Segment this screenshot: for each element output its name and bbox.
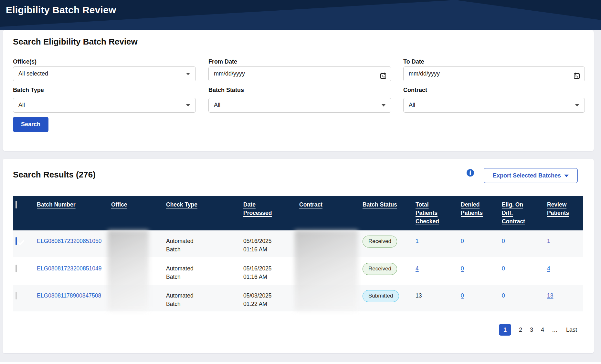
to-date-label: To Date bbox=[403, 58, 424, 65]
denied-patients-link[interactable]: 0 bbox=[461, 265, 464, 272]
column-header-batch-number[interactable]: Batch Number bbox=[37, 200, 76, 209]
batch-type-select[interactable]: All bbox=[13, 98, 196, 113]
date-processed-cell: 05/16/202501:16 AM bbox=[239, 230, 295, 258]
pagination-page-1[interactable]: 1 bbox=[499, 324, 511, 336]
from-date-input[interactable]: mm/dd/yyyy bbox=[208, 66, 391, 81]
info-icon[interactable] bbox=[467, 169, 474, 177]
eligibility-batch-review-page: Eligibility Batch Review Search Eligibil… bbox=[0, 0, 601, 364]
column-header-review-patients[interactable]: Review Patients bbox=[547, 200, 577, 217]
from-date-label: From Date bbox=[208, 58, 237, 65]
pagination-last[interactable]: Last bbox=[566, 327, 577, 333]
to-date-input[interactable]: mm/dd/yyyy bbox=[403, 66, 585, 81]
office-select-value: All selected bbox=[18, 70, 48, 77]
elig-on-diff-contract-value: 0 bbox=[502, 238, 505, 244]
batch-type-label: Batch Type bbox=[13, 87, 44, 94]
chevron-down-icon bbox=[186, 104, 190, 106]
pagination-page-2[interactable]: 2 bbox=[519, 327, 522, 333]
page-header-banner: Eligibility Batch Review bbox=[0, 0, 601, 30]
chevron-down-icon bbox=[575, 104, 579, 106]
status-badge: Submitted bbox=[363, 290, 399, 302]
search-button[interactable]: Search bbox=[13, 117, 48, 132]
date-processed-cell: 05/16/202501:16 AM bbox=[239, 258, 295, 285]
office-label: Office(s) bbox=[13, 58, 37, 65]
total-patients-checked-link[interactable]: 1 bbox=[416, 238, 419, 244]
bottom-strip bbox=[0, 362, 601, 364]
pagination-page-4[interactable]: 4 bbox=[541, 327, 544, 333]
review-patients-link[interactable]: 13 bbox=[547, 292, 553, 299]
row-checkbox[interactable] bbox=[16, 292, 17, 299]
check-type-cell: Automated Batch bbox=[166, 264, 204, 281]
office-select[interactable]: All selected bbox=[13, 66, 196, 81]
check-type-cell: Automated Batch bbox=[166, 291, 204, 308]
batch-number-link[interactable]: ELG08081723200851050 bbox=[37, 238, 101, 244]
column-header-denied-patients[interactable]: Denied Patients bbox=[461, 200, 489, 217]
select-all-checkbox[interactable] bbox=[16, 201, 17, 208]
row-checkbox[interactable] bbox=[16, 237, 17, 245]
column-header-batch-status[interactable]: Batch Status bbox=[363, 200, 397, 209]
denied-patients-link[interactable]: 0 bbox=[461, 292, 464, 299]
row-checkbox[interactable] bbox=[16, 265, 17, 272]
denied-patients-link[interactable]: 0 bbox=[461, 238, 464, 244]
contract-value: All bbox=[409, 102, 415, 108]
search-panel: Search Eligibility Batch Review Office(s… bbox=[3, 30, 594, 151]
pagination-page-3[interactable]: 3 bbox=[530, 327, 533, 333]
check-type-cell: Automated Batch bbox=[166, 237, 204, 254]
total-patients-checked-value: 13 bbox=[416, 292, 422, 299]
pagination: 1 2 3 4 … Last bbox=[499, 324, 577, 336]
calendar-icon[interactable] bbox=[380, 71, 386, 85]
batch-number-link[interactable]: ELG08081178900847508 bbox=[37, 292, 101, 299]
batch-number-link[interactable]: ELG08081723200851049 bbox=[37, 265, 101, 272]
search-panel-title: Search Eligibility Batch Review bbox=[13, 37, 138, 47]
results-panel: Search Results (276) Export Selected Bat… bbox=[3, 159, 594, 353]
calendar-icon[interactable] bbox=[574, 71, 580, 85]
batch-type-value: All bbox=[18, 102, 25, 108]
review-patients-link[interactable]: 1 bbox=[547, 238, 550, 244]
elig-on-diff-contract-value: 0 bbox=[502, 292, 505, 299]
column-header-total-patients-checked[interactable]: Total Patients Checked bbox=[416, 200, 446, 226]
status-badge: Received bbox=[363, 263, 397, 275]
chevron-down-icon bbox=[382, 104, 385, 106]
contract-label: Contract bbox=[403, 87, 427, 94]
batch-status-select[interactable]: All bbox=[208, 98, 391, 113]
contract-column-redaction-blur bbox=[295, 230, 358, 311]
office-column-redaction-blur bbox=[108, 230, 149, 311]
batch-status-label: Batch Status bbox=[208, 87, 244, 94]
contract-select[interactable]: All bbox=[403, 98, 585, 113]
results-title: Search Results (276) bbox=[13, 170, 96, 180]
column-header-office[interactable]: Office bbox=[111, 200, 127, 209]
column-header-date-processed[interactable]: Date Processed bbox=[243, 200, 277, 217]
column-header-contract[interactable]: Contract bbox=[299, 200, 322, 209]
chevron-down-icon bbox=[564, 175, 569, 177]
date-processed-cell: 05/03/202501:22 AM bbox=[239, 285, 295, 312]
total-patients-checked-link[interactable]: 4 bbox=[416, 265, 419, 272]
pagination-ellipsis: … bbox=[552, 327, 558, 333]
column-header-elig-on-diff-contract[interactable]: Elig. On Diff. Contract bbox=[502, 200, 532, 226]
column-header-check-type[interactable]: Check Type bbox=[166, 200, 197, 209]
table-header-row: Batch Number Office Check Type Date Proc… bbox=[13, 196, 583, 230]
page-title: Eligibility Batch Review bbox=[6, 5, 116, 15]
status-badge: Received bbox=[363, 236, 397, 248]
export-button-label: Export Selected Batches bbox=[493, 172, 561, 179]
review-patients-link[interactable]: 4 bbox=[547, 265, 550, 272]
batch-status-value: All bbox=[214, 102, 220, 108]
elig-on-diff-contract-value: 0 bbox=[502, 265, 505, 272]
chevron-down-icon bbox=[186, 73, 190, 75]
from-date-placeholder: mm/dd/yyyy bbox=[214, 70, 245, 77]
to-date-placeholder: mm/dd/yyyy bbox=[409, 70, 440, 77]
export-selected-batches-button[interactable]: Export Selected Batches bbox=[484, 168, 578, 183]
